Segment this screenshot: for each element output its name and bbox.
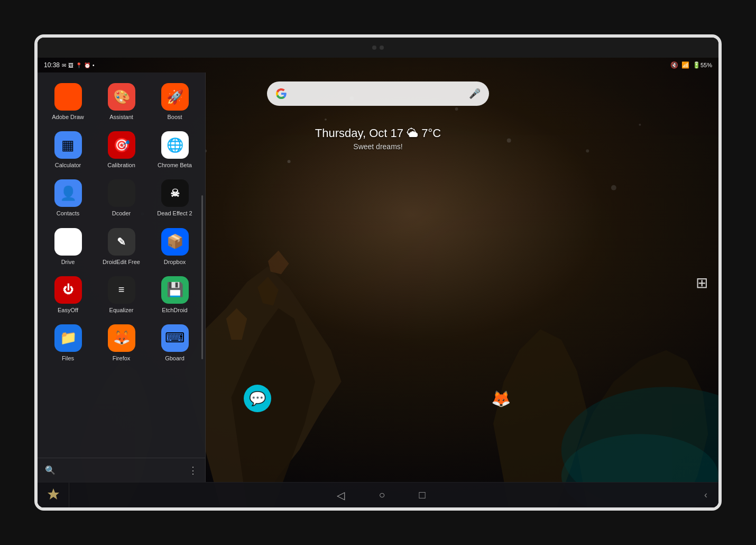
app-label-etchdroid: EtchDroid [162,307,187,314]
app-label-calculator: Calculator [55,162,81,169]
camera-dot-right [380,46,384,50]
app-icon-droidedit: ✎ [108,228,135,256]
app-label-chrome-beta: Chrome Beta [158,162,192,169]
app-icon-contacts: 👤 [54,179,82,207]
drawer-more-icon[interactable]: ⋮ [188,465,198,476]
app-label-calibration: Calibration [107,162,135,169]
app-icon-drive: ▲ [54,228,82,256]
app-icon-equalizer: ≡ [108,276,135,304]
app-icon-gboard: ⌨ [161,324,189,352]
svg-point-12 [288,160,291,163]
nav-chevron[interactable]: ‹ [704,489,707,501]
app-label-dropbox: Dropbox [164,259,186,266]
status-alarm-icon: ⏰ [84,62,90,68]
app-label-firefox: Firefox [113,355,131,362]
app-drawer: Adobe Draw🎨Assistant🚀Boost▦Calculator🎯Ca… [38,72,206,482]
screen: 10:38 ✉ 🖼 📍 ⏰ • 🔇 📶 🔋 55% [38,58,718,507]
app-label-dcoder: Dcoder [112,210,131,217]
app-item-boost[interactable]: 🚀Boost [149,78,201,125]
app-item-assistant[interactable]: 🎨Assistant [95,78,147,125]
device-frame: 10:38 ✉ 🖼 📍 ⏰ • 🔇 📶 🔋 55% [34,34,722,511]
app-icon-etchdroid: 💾 [161,276,189,304]
firefox-shortcut[interactable]: 🦊 [487,385,514,412]
app-item-etchdroid[interactable]: 💾EtchDroid [149,271,201,318]
nav-bar: ◁ ○ □ ‹ [38,482,718,507]
app-item-gboard[interactable]: ⌨Gboard [149,319,201,366]
app-label-files: Files [62,355,74,362]
status-wifi-icon: 📶 [681,61,689,69]
app-item-easyoff[interactable]: ⏻EasyOff [42,271,94,318]
app-item-dropbox[interactable]: 📦Dropbox [149,223,201,270]
app-item-droidedit[interactable]: ✎DroidEdit Free [95,223,147,270]
status-battery: 🔋 55% [693,61,712,69]
app-item-adobe-draw[interactable]: Adobe Draw [42,78,94,125]
status-img-icon: 🖼 [68,62,73,68]
svg-point-16 [639,124,641,126]
svg-point-18 [455,107,458,111]
app-label-droidedit: DroidEdit Free [103,259,140,266]
launcher-icon[interactable] [45,487,61,503]
nav-launcher[interactable] [38,483,69,508]
app-item-contacts[interactable]: 👤Contacts [42,174,94,221]
app-label-drive: Drive [61,259,75,266]
firefox-dock-icon[interactable]: 🦊 [487,385,514,412]
greeting-text: Sweet dreams! [315,142,441,151]
app-item-equalizer[interactable]: ≡Equalizer [95,271,147,318]
app-icon-dcoder [108,179,135,207]
app-icon-calculator: ▦ [54,131,82,159]
app-item-chrome-beta[interactable]: 🌐Chrome Beta [149,126,201,173]
status-left: 10:38 ✉ 🖼 📍 ⏰ • [44,61,95,69]
drawer-search-bar[interactable]: 🔍 ⋮ [38,458,205,482]
app-item-calibration[interactable]: 🎯Calibration [95,126,147,173]
app-item-drive[interactable]: ▲Drive [42,223,94,270]
camera-bar [38,38,718,58]
app-item-files[interactable]: 📁Files [42,319,94,366]
camera-dot-left [372,46,376,50]
app-label-easyoff: EasyOff [58,307,78,314]
drawer-search-icon: 🔍 [45,465,56,475]
app-label-dead-effect-2: Dead Effect 2 [157,210,192,217]
app-icon-chrome-beta: 🌐 [161,131,189,159]
nav-recents-button[interactable]: □ [415,485,430,505]
status-location-icon: 📍 [76,62,82,68]
nav-home-button[interactable]: ○ [374,485,389,505]
app-item-calculator[interactable]: ▦Calculator [42,126,94,173]
app-icon-assistant: 🎨 [108,83,135,111]
messages-icon[interactable]: 💬 [244,385,271,412]
drawer-search-input[interactable] [61,466,183,475]
status-right: 🔇 📶 🔋 55% [670,61,712,69]
svg-point-11 [325,119,327,121]
app-label-contacts: Contacts [57,210,79,217]
app-label-assistant: Assistant [109,114,133,121]
app-grid: Adobe Draw🎨Assistant🚀Boost▦Calculator🎯Ca… [38,72,205,458]
status-time: 10:38 [44,61,60,69]
mic-icon[interactable]: 🎤 [469,88,481,99]
status-dot-icon: • [93,62,95,68]
app-item-dcoder[interactable]: Dcoder [95,174,147,221]
app-item-firefox[interactable]: 🦊Firefox [95,319,147,366]
svg-point-14 [611,185,616,190]
app-label-adobe-draw: Adobe Draw [52,114,84,121]
search-bar[interactable]: 🎤 [267,81,489,106]
date-text: Thursday, Oct 17 🌥 7°C [315,126,441,140]
status-bar: 10:38 ✉ 🖼 📍 ⏰ • 🔇 📶 🔋 55% [38,58,718,72]
svg-point-17 [507,139,511,143]
app-label-boost: Boost [167,114,182,121]
svg-point-15 [586,149,589,152]
app-item-dead-effect-2[interactable]: ☠Dead Effect 2 [149,174,201,221]
app-label-equalizer: Equalizer [109,307,134,314]
nav-buttons: ◁ ○ □ [69,485,693,506]
nav-back-button[interactable]: ◁ [333,485,349,506]
app-icon-files: 📁 [54,324,82,352]
app-icon-adobe-draw [54,83,82,111]
google-logo [275,88,287,99]
app-label-gboard: Gboard [165,355,185,362]
messages-shortcut[interactable]: 💬 [244,385,271,412]
date-weather-widget: Thursday, Oct 17 🌥 7°C Sweet dreams! [315,126,441,151]
app-icon-boost: 🚀 [161,83,189,111]
windows-logo-icon: ⊞ [696,275,708,291]
app-icon-calibration: 🎯 [108,131,135,159]
app-icon-dropbox: 📦 [161,228,189,256]
windows-button[interactable]: ⊞ [696,274,708,292]
app-icon-easyoff: ⏻ [54,276,82,304]
